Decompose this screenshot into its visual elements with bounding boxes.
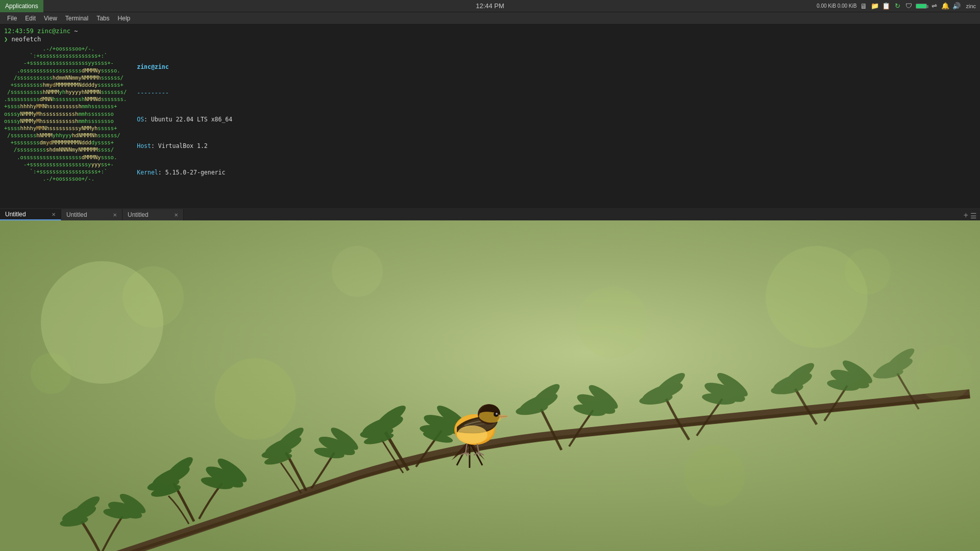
tab-1-close[interactable]: ✕ bbox=[52, 212, 56, 217]
svg-point-75 bbox=[916, 345, 972, 402]
battery-indicator bbox=[916, 4, 927, 9]
wallpaper bbox=[0, 220, 980, 551]
terminal-tab-3[interactable]: Untitled ✕ bbox=[122, 209, 184, 220]
files-icon[interactable]: 📁 bbox=[871, 2, 879, 10]
panel-clock: 12:44 PM bbox=[476, 2, 504, 10]
desktop-area bbox=[0, 220, 980, 551]
applications-button[interactable]: Applications bbox=[0, 0, 43, 12]
network-icon[interactable]: 🖥 bbox=[860, 2, 868, 10]
terminal-menubar: File Edit View Terminal Tabs Help bbox=[0, 12, 980, 24]
menu-terminal[interactable]: Terminal bbox=[62, 12, 91, 24]
top-panel: Applications 12:44 PM 0.00 KiB 0.00 KiB … bbox=[0, 0, 980, 12]
neofetch-output: .-/+oossssoo+/-. `:+ssssssssssssssssss+:… bbox=[0, 45, 980, 195]
terminal-content[interactable]: 12:43:59 zinc@zinc ~ ❯ neofetch .-/+ooss… bbox=[0, 24, 980, 195]
svg-point-39 bbox=[496, 413, 498, 415]
menu-file[interactable]: File bbox=[4, 12, 20, 24]
panel-left: Applications bbox=[0, 0, 43, 12]
terminal-tabs: Untitled ✕ Untitled ✕ Untitled ✕ + ☰ bbox=[0, 207, 980, 220]
tab-3-close[interactable]: ✕ bbox=[174, 212, 178, 218]
notification-icon[interactable]: 🔔 bbox=[941, 2, 949, 10]
tab-actions: + ☰ bbox=[963, 211, 980, 220]
shield-icon[interactable]: 🛡 bbox=[904, 2, 913, 10]
update-icon[interactable]: ↻ bbox=[893, 2, 901, 10]
clipboard-icon[interactable]: 📋 bbox=[882, 2, 890, 10]
menu-help[interactable]: Help bbox=[115, 12, 134, 24]
terminal-prompt: 12:43:59 zinc@zinc ~ bbox=[0, 27, 980, 36]
terminal-tab-1[interactable]: Untitled ✕ bbox=[0, 209, 61, 220]
tab-menu-button[interactable]: ☰ bbox=[970, 212, 977, 220]
username-label: zinc bbox=[964, 3, 976, 9]
svg-point-74 bbox=[845, 248, 891, 294]
tab-add-button[interactable]: + bbox=[963, 211, 968, 220]
menu-edit[interactable]: Edit bbox=[22, 12, 39, 24]
svg-point-4 bbox=[684, 445, 745, 506]
terminal-tab-2[interactable]: Untitled ✕ bbox=[61, 209, 122, 220]
menu-view[interactable]: View bbox=[41, 12, 60, 24]
tab-3-label: Untitled bbox=[128, 211, 149, 218]
panel-right: 0.00 KiB 0.00 KiB 🖥 📁 📋 ↻ 🛡 ⇌ 🔔 🔊 zinc bbox=[817, 2, 980, 10]
neofetch-info-panel: zinc@zinc --------- OS: Ubuntu 22.04 LTS… bbox=[137, 45, 316, 195]
terminal-window: File Edit View Terminal Tabs Help 12:43:… bbox=[0, 12, 980, 220]
svg-point-2 bbox=[214, 358, 296, 440]
svg-point-71 bbox=[122, 266, 184, 328]
svg-point-70 bbox=[31, 353, 71, 394]
tab-2-close[interactable]: ✕ bbox=[113, 212, 117, 218]
volume-icon[interactable]: 🔊 bbox=[952, 2, 961, 10]
tab-1-label: Untitled bbox=[5, 211, 26, 218]
svg-point-73 bbox=[577, 287, 648, 358]
network-stats: 0.00 KiB 0.00 KiB bbox=[817, 3, 856, 9]
bluetooth-icon[interactable]: ⇌ bbox=[930, 2, 938, 10]
terminal-command: ❯ neofetch bbox=[0, 36, 980, 45]
neofetch-ascii-art: .-/+oossssoo+/-. `:+ssssssssssssssssss+:… bbox=[4, 45, 127, 195]
svg-point-72 bbox=[332, 246, 383, 297]
svg-point-40 bbox=[457, 425, 487, 444]
tab-2-label: Untitled bbox=[66, 211, 87, 218]
menu-tabs[interactable]: Tabs bbox=[93, 12, 112, 24]
